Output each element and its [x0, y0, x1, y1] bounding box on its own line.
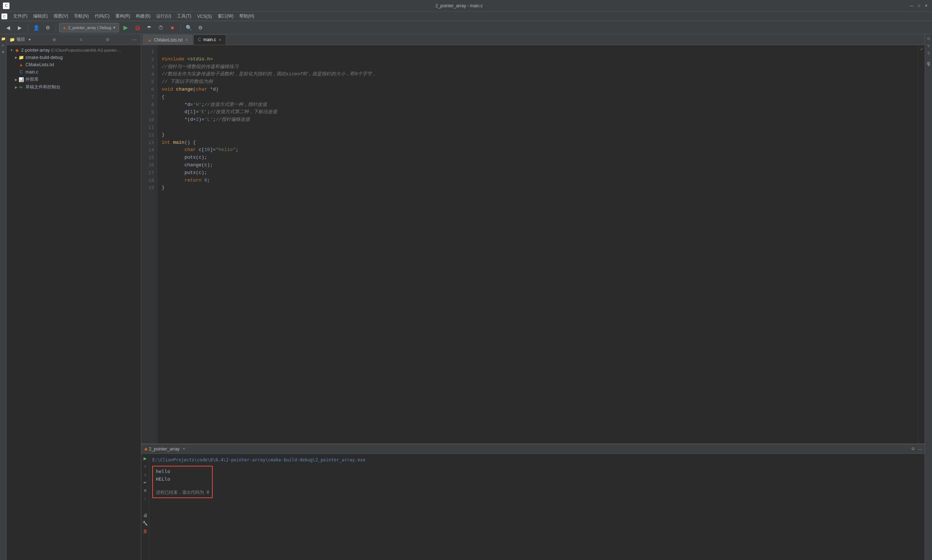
tree-item-scratch[interactable]: ▶ ✏ 草稿文件和控制台: [6, 83, 141, 91]
run-tab-label: 2_pointer_array: [149, 446, 179, 452]
search-everywhere-button[interactable]: 🔍: [184, 23, 194, 33]
project-header-dropdown-icon[interactable]: ▼: [28, 38, 31, 42]
structure-sidebar-icon[interactable]: ≡: [0, 42, 6, 48]
menu-edit[interactable]: 编辑(E): [30, 12, 51, 20]
maximize-button[interactable]: □: [916, 3, 922, 9]
right-sidebar-text-1[interactable]: 收藏: [926, 57, 931, 60]
project-panel: 📁 项目 ▼ ⊕ ≡ ⚙ — ▼ ◆ 2-pointer-array E:\Cl…: [6, 34, 141, 560]
toolbar: ◀ ▶ 👤 ⚙ ▲ 2_pointer_array | Debug ▼ ▶ 🐞 …: [0, 21, 932, 34]
run-settings-icon[interactable]: ⚙: [911, 446, 915, 451]
minimize-button[interactable]: —: [909, 3, 915, 9]
run-minimize-icon[interactable]: —: [918, 447, 922, 451]
back-button[interactable]: ◀: [3, 23, 13, 33]
tab-cmakelists[interactable]: ▲ CMakeLists.txt ✕: [143, 35, 193, 45]
project-header-icon: 📁: [9, 37, 15, 42]
output-exit-msg: 进程已结束，退出代码为 0: [156, 489, 209, 496]
project-header: 📁 项目 ▼ ⊕ ≡ ⚙ —: [6, 34, 141, 45]
close-button[interactable]: ✕: [923, 3, 929, 9]
code-content[interactable]: #include <stdio.h> //指针与一维数组的传递和偏移练习 //数…: [157, 45, 918, 443]
root-arrow-icon: ▼: [9, 48, 14, 52]
run-rerun-button[interactable]: ▶: [142, 455, 148, 462]
run-config-selector[interactable]: ▲ 2_pointer_array | Debug ▼: [59, 23, 119, 32]
debug-button[interactable]: 🐞: [132, 23, 142, 33]
project-add-button[interactable]: ⊕: [51, 36, 58, 43]
tab-mainc[interactable]: C main.c ✕: [193, 35, 226, 45]
title-bar-controls: — □ ✕: [909, 3, 929, 9]
run-config-dropdown-icon: ▼: [113, 26, 116, 29]
bottom-content: ▶ ↑ ↓ ↵ ≡ :: 🖨 🔧 🗑 E:\Clion: [141, 454, 925, 560]
c-tab-close[interactable]: ✕: [219, 38, 221, 42]
external-arrow-icon: ▶: [14, 77, 18, 82]
code-editor[interactable]: 12345 678910 1112131415 16171819 #includ…: [141, 45, 925, 443]
coverage-button[interactable]: ☂: [144, 23, 154, 33]
menu-help[interactable]: 帮助(H): [236, 12, 257, 20]
run-delete-button[interactable]: 🗑: [142, 528, 148, 535]
tree-item-external[interactable]: ▶ 📊 外部库: [6, 76, 141, 83]
external-lib-icon: 📊: [18, 77, 24, 83]
run-list-button[interactable]: ::: [142, 495, 148, 502]
tree-item-cmake-build[interactable]: ▶ 📁 cmake-build-debug: [6, 54, 141, 61]
forward-button[interactable]: ▶: [15, 23, 25, 33]
cmake-tab-close[interactable]: ✕: [185, 38, 188, 42]
profile-button[interactable]: 👤: [31, 23, 41, 33]
project-collapse-button[interactable]: —: [131, 36, 138, 43]
stop-button[interactable]: ■: [167, 23, 177, 33]
profile-run-button[interactable]: ⏱: [156, 23, 166, 33]
title-bar-left: C: [3, 3, 9, 9]
settings-button[interactable]: ⚙: [195, 23, 205, 33]
scratch-icon: ✏: [18, 85, 24, 90]
main-layout: 📁 ≡ ★ 📁 项目 ▼ ⊕ ≡ ⚙ — ▼ ◆ 2-pointer-array…: [0, 34, 932, 560]
tree-root[interactable]: ▼ ◆ 2-pointer-array E:\ClionProjects\cod…: [6, 46, 141, 54]
output-line-1: hello: [156, 468, 209, 475]
right-gutter: ✓: [918, 45, 925, 443]
run-config-label: 2_pointer_array | Debug: [68, 25, 111, 30]
menu-file[interactable]: 文件(F): [10, 12, 30, 20]
c-tab-label: main.c: [203, 37, 216, 42]
output-box: hello HELlo 进程已结束，退出代码为 0: [152, 466, 213, 498]
title-bar-title: 2_pointer_array - main.c: [9, 3, 909, 8]
tree-item-mainc[interactable]: C main.c: [6, 68, 141, 76]
settings-toolbar-btn[interactable]: ⚙: [43, 23, 53, 33]
check-mark-icon: ✓: [920, 46, 924, 52]
menu-run[interactable]: 运行(U): [153, 12, 174, 20]
run-wrap-button[interactable]: ↵: [142, 479, 148, 486]
project-sidebar-icon[interactable]: 📁: [0, 35, 6, 42]
cmake-tab-icon: ▲: [148, 37, 152, 43]
run-config-icon: ▲: [62, 25, 66, 30]
toolbar-sep-1: [28, 24, 28, 31]
run-tab-close-icon[interactable]: ✕: [182, 447, 185, 451]
menu-window[interactable]: 窗口(W): [215, 12, 236, 20]
project-settings-button[interactable]: ⚙: [104, 36, 111, 43]
right-sidebar-icon-1[interactable]: N: [926, 35, 932, 42]
right-sidebar-icon-2[interactable]: V: [926, 43, 932, 49]
run-print-button[interactable]: 🖨: [142, 512, 148, 518]
project-root-icon: ◆: [14, 47, 20, 53]
right-sidebar-text-2[interactable]: ★: [927, 62, 930, 68]
run-tools-button[interactable]: 🔧: [142, 520, 148, 526]
run-output-area: E:\ClionProjects\code\6\6.4\2-pointer-ar…: [149, 454, 925, 560]
menu-navigate[interactable]: 导航(N): [71, 12, 92, 20]
cmake-label: CMakeLists.txt: [26, 62, 54, 67]
menu-view[interactable]: 视图(V): [51, 12, 71, 20]
editor-area: ▲ CMakeLists.txt ✕ C main.c ✕ 12345 6789…: [141, 34, 925, 560]
menu-tools[interactable]: 工具(T): [174, 12, 194, 20]
run-filter-button[interactable]: ≡: [142, 487, 148, 494]
c-tab-icon: C: [198, 37, 201, 42]
run-button[interactable]: ▶: [120, 23, 131, 33]
menu-vcs[interactable]: VCS(S): [194, 13, 215, 20]
toolbar-sep-2: [56, 24, 56, 31]
run-down-button[interactable]: ↓: [142, 471, 148, 478]
cmake-build-folder-icon: 📁: [18, 55, 24, 60]
menu-code[interactable]: 代码(C): [92, 12, 113, 20]
menu-build[interactable]: 构建(B): [133, 12, 153, 20]
run-up-button[interactable]: ↑: [142, 463, 148, 470]
project-layout-button[interactable]: ≡: [77, 36, 85, 43]
menu-refactor[interactable]: 重构(R): [113, 12, 133, 20]
toolbar-sep-3: [180, 24, 181, 31]
bookmark-sidebar-icon[interactable]: ★: [0, 49, 6, 55]
root-label: 2-pointer-array: [21, 48, 50, 53]
run-tab[interactable]: ◆ 2_pointer_array ✕: [144, 446, 185, 452]
mainc-label: main.c: [26, 69, 38, 75]
right-sidebar-icon-3[interactable]: S: [926, 50, 932, 56]
tree-item-cmakelists[interactable]: ▲ CMakeLists.txt: [6, 61, 141, 68]
